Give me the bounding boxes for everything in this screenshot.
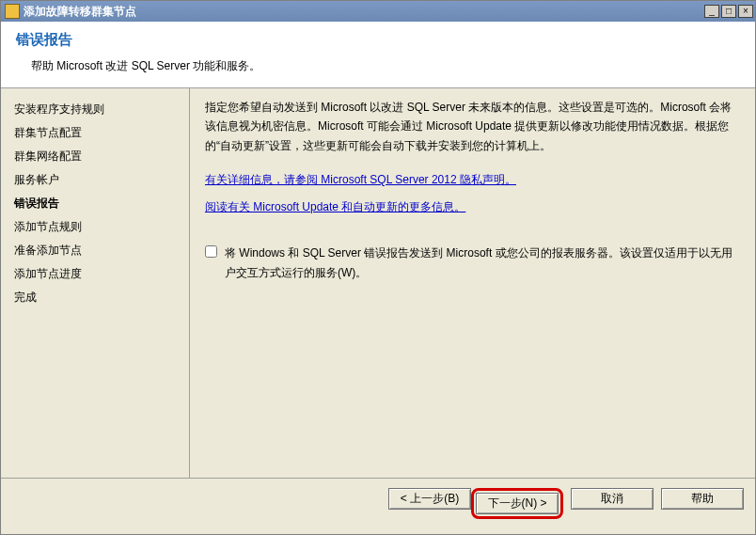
window-controls: _ □ ×: [704, 5, 753, 18]
page-heading: 错误报告: [16, 31, 740, 49]
sidebar-item-complete[interactable]: 完成: [12, 286, 178, 309]
help-button[interactable]: 帮助: [661, 488, 744, 510]
app-icon: [5, 4, 20, 19]
minimize-button[interactable]: _: [704, 5, 719, 18]
error-report-checkbox-row: 将 Windows 和 SQL Server 错误报告发送到 Microsoft…: [205, 244, 740, 282]
privacy-statement-link[interactable]: 有关详细信息，请参阅 Microsoft SQL Server 2012 隐私声…: [205, 172, 516, 188]
sidebar-item-add-node-progress[interactable]: 添加节点进度: [12, 262, 178, 286]
microsoft-update-link[interactable]: 阅读有关 Microsoft Update 和自动更新的更多信息。: [205, 199, 465, 215]
send-error-reports-label: 将 Windows 和 SQL Server 错误报告发送到 Microsoft…: [225, 244, 740, 282]
sidebar-item-service-accounts[interactable]: 服务帐户: [12, 168, 178, 192]
sidebar-item-cluster-node-config[interactable]: 群集节点配置: [12, 121, 178, 145]
step-sidebar: 安装程序支持规则 群集节点配置 群集网络配置 服务帐户 错误报告 添加节点规则 …: [1, 88, 189, 478]
page-subtitle: 帮助 Microsoft 改进 SQL Server 功能和服务。: [31, 58, 740, 74]
window-title: 添加故障转移群集节点: [24, 4, 704, 20]
sidebar-item-install-rules[interactable]: 安装程序支持规则: [12, 98, 178, 121]
sidebar-item-ready-add-node[interactable]: 准备添加节点: [12, 239, 178, 262]
next-button[interactable]: 下一步(N) >: [476, 493, 559, 514]
wizard-footer: < 上一步(B) 下一步(N) > 取消 帮助: [1, 478, 755, 534]
body-area: 安装程序支持规则 群集节点配置 群集网络配置 服务帐户 错误报告 添加节点规则 …: [1, 88, 755, 478]
send-error-reports-checkbox[interactable]: [205, 245, 217, 258]
close-button[interactable]: ×: [738, 5, 753, 18]
sidebar-item-error-reporting[interactable]: 错误报告: [12, 192, 178, 215]
sidebar-item-cluster-network-config[interactable]: 群集网络配置: [12, 145, 178, 168]
page-header: 错误报告 帮助 Microsoft 改进 SQL Server 功能和服务。: [1, 22, 755, 88]
back-button[interactable]: < 上一步(B): [388, 488, 471, 510]
cancel-button[interactable]: 取消: [571, 488, 654, 510]
nav-button-group: < 上一步(B) 下一步(N) >: [388, 488, 563, 519]
next-button-highlight: 下一步(N) >: [471, 488, 563, 519]
description-text: 指定您希望自动发送到 Microsoft 以改进 SQL Server 未来版本…: [205, 98, 740, 155]
maximize-button[interactable]: □: [721, 5, 736, 18]
title-bar: 添加故障转移群集节点 _ □ ×: [1, 1, 755, 22]
sidebar-item-add-node-rules[interactable]: 添加节点规则: [12, 215, 178, 239]
installer-window: 添加故障转移群集节点 _ □ × 错误报告 帮助 Microsoft 改进 SQ…: [0, 0, 756, 535]
content-panel: 指定您希望自动发送到 Microsoft 以改进 SQL Server 未来版本…: [190, 88, 755, 478]
